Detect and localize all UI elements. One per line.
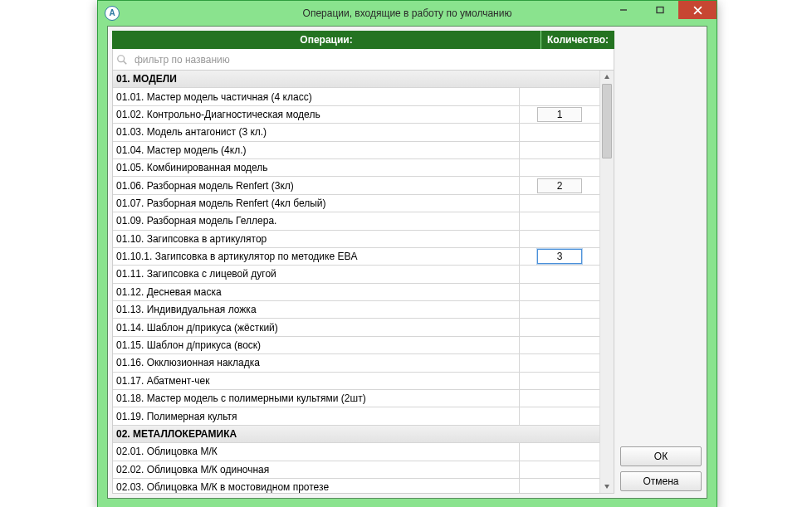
operation-cell: 01.05. Комбинированная модель: [113, 159, 520, 176]
vertical-scrollbar[interactable]: [599, 71, 614, 493]
operation-cell: 01.19. Полимерная культя: [113, 407, 520, 424]
table-row[interactable]: 01.11. Загипсовка с лицевой дугой: [113, 266, 599, 283]
quantity-cell[interactable]: [520, 142, 599, 158]
quantity-cell[interactable]: [520, 301, 599, 318]
grid-header: Операции: Количество:: [112, 31, 614, 49]
operation-cell: 01.04. Мастер модель (4кл.): [113, 142, 520, 158]
operation-cell: 01.17. Абатмент-чек: [113, 373, 520, 389]
operations-grid: Операции: Количество: 01. МОДЕЛИ01.01. М…: [112, 31, 614, 494]
operation-cell: 01.07. Разборная модель Renfert (4кл бел…: [113, 195, 520, 212]
window-controls: [605, 1, 717, 19]
svg-point-4: [118, 55, 125, 61]
scroll-down-button[interactable]: [600, 480, 614, 493]
scroll-up-button[interactable]: [600, 71, 614, 84]
table-row[interactable]: 01.14. Шаблон д/прикуса (жёсткий): [113, 319, 599, 336]
operation-cell: 01.11. Загипсовка с лицевой дугой: [113, 266, 520, 282]
table-row[interactable]: 01.02. Контрольно-Диагностическая модель…: [113, 106, 599, 124]
quantity-cell[interactable]: [520, 195, 599, 212]
scroll-thumb[interactable]: [602, 84, 612, 158]
operation-cell: 01.14. Шаблон д/прикуса (жёсткий): [113, 319, 520, 335]
operation-cell: 02.01. Облицовка М/К: [113, 443, 520, 460]
quantity-cell[interactable]: [520, 319, 599, 335]
table-row[interactable]: 01.03. Модель антагонист (3 кл.): [113, 124, 599, 141]
operation-cell: 01.01. Мастер модель частичная (4 класс): [113, 88, 520, 105]
quantity-cell[interactable]: [520, 479, 599, 493]
quantity-input[interactable]: 1: [537, 107, 582, 122]
operation-cell: 02.02. Облицовка М/К одиночная: [113, 461, 520, 478]
operation-cell: 01.09. Разборная модель Геллера.: [113, 212, 520, 229]
table-row[interactable]: 01.12. Десневая маска: [113, 284, 599, 301]
group-row[interactable]: 01. МОДЕЛИ: [113, 71, 599, 88]
quantity-cell[interactable]: [520, 266, 599, 282]
quantity-cell[interactable]: [520, 354, 599, 371]
table-row[interactable]: 01.17. Абатмент-чек: [113, 373, 599, 390]
quantity-cell[interactable]: [520, 231, 599, 247]
group-row[interactable]: 02. МЕТАЛЛОКЕРАМИКА: [113, 426, 599, 443]
minimize-button[interactable]: [605, 1, 642, 19]
quantity-input[interactable]: 2: [537, 178, 582, 193]
quantity-cell[interactable]: [520, 461, 599, 478]
close-button[interactable]: [678, 1, 717, 19]
operation-cell: 01.03. Модель антагонист (3 кл.): [113, 124, 520, 140]
table-row[interactable]: 01.01. Мастер модель частичная (4 класс): [113, 88, 599, 105]
operation-cell: 01.18. Мастер модель с полимерными культ…: [113, 390, 520, 407]
operation-cell: 01.10. Загипсовка в артикулятор: [113, 231, 520, 247]
table-row[interactable]: 02.03. Облицовка М/К в мостовидном проте…: [113, 479, 599, 493]
table-row[interactable]: 01.10.1. Загипсовка в артикулятор по мет…: [113, 248, 599, 266]
svg-rect-1: [657, 7, 663, 13]
quantity-cell[interactable]: [520, 407, 599, 424]
quantity-cell[interactable]: [520, 88, 599, 105]
maximize-button[interactable]: [642, 1, 678, 19]
grid-body: 01. МОДЕЛИ01.01. Мастер модель частичная…: [112, 71, 614, 494]
quantity-cell[interactable]: [520, 159, 599, 176]
search-icon: [116, 54, 128, 66]
table-row[interactable]: 01.06. Разборная модель Renfert (3кл)2: [113, 177, 599, 194]
operation-cell: 01.15. Шаблон д/прикуса (воск): [113, 337, 520, 353]
quantity-cell[interactable]: 1: [520, 106, 599, 123]
table-row[interactable]: 02.02. Облицовка М/К одиночная: [113, 461, 599, 479]
quantity-cell[interactable]: [520, 284, 599, 300]
table-row[interactable]: 01.16. Окклюзионная накладка: [113, 354, 599, 372]
table-row[interactable]: 01.10. Загипсовка в артикулятор: [113, 231, 599, 248]
table-row[interactable]: 01.05. Комбинированная модель: [113, 159, 599, 177]
operation-cell: 01.13. Индивидуальная ложка: [113, 301, 520, 318]
client-area: Операции: Количество: 01. МОДЕЛИ01.01. М…: [107, 26, 707, 499]
column-header-quantity[interactable]: Количество:: [541, 31, 614, 49]
table-row[interactable]: 01.13. Индивидуальная ложка: [113, 301, 599, 319]
table-row[interactable]: 01.07. Разборная модель Renfert (4кл бел…: [113, 195, 599, 212]
ok-button[interactable]: ОК: [620, 446, 702, 466]
operation-cell: 01.10.1. Загипсовка в артикулятор по мет…: [113, 248, 520, 265]
quantity-cell[interactable]: [520, 337, 599, 353]
svg-marker-7: [604, 485, 609, 489]
operation-cell: 01. МОДЕЛИ: [113, 71, 520, 87]
quantity-cell[interactable]: 2: [520, 177, 599, 193]
rows-viewport[interactable]: 01. МОДЕЛИ01.01. Мастер модель частичная…: [113, 71, 599, 493]
table-row[interactable]: 01.19. Полимерная культя: [113, 407, 599, 425]
quantity-input[interactable]: 3: [537, 249, 582, 264]
table-row[interactable]: 01.04. Мастер модель (4кл.): [113, 142, 599, 159]
svg-marker-6: [604, 75, 609, 79]
quantity-cell[interactable]: [520, 124, 599, 140]
quantity-cell[interactable]: [520, 212, 599, 229]
filter-input[interactable]: [133, 53, 610, 66]
cancel-button[interactable]: Отмена: [620, 471, 702, 491]
operation-cell: 01.06. Разборная модель Renfert (3кл): [113, 177, 520, 193]
filter-row: [112, 49, 614, 71]
column-header-operations[interactable]: Операции:: [112, 31, 541, 49]
quantity-cell[interactable]: [520, 443, 599, 460]
operation-cell: 02.03. Облицовка М/К в мостовидном проте…: [113, 479, 520, 493]
quantity-cell[interactable]: [520, 390, 599, 407]
operation-cell: 01.16. Окклюзионная накладка: [113, 354, 520, 371]
scroll-track[interactable]: [602, 84, 612, 480]
svg-line-5: [124, 61, 127, 64]
table-row[interactable]: 02.01. Облицовка М/К: [113, 443, 599, 461]
quantity-cell[interactable]: [520, 373, 599, 389]
table-row[interactable]: 01.15. Шаблон д/прикуса (воск): [113, 337, 599, 354]
dialog-window: A Операции, входящие в работу по умолчан…: [97, 0, 717, 507]
quantity-cell[interactable]: 3: [520, 248, 599, 265]
table-row[interactable]: 01.09. Разборная модель Геллера.: [113, 212, 599, 230]
table-row[interactable]: 01.18. Мастер модель с полимерными культ…: [113, 390, 599, 407]
dialog-buttons: ОК Отмена: [620, 446, 702, 491]
app-icon: A: [105, 6, 120, 21]
titlebar[interactable]: A Операции, входящие в работу по умолчан…: [98, 1, 717, 25]
